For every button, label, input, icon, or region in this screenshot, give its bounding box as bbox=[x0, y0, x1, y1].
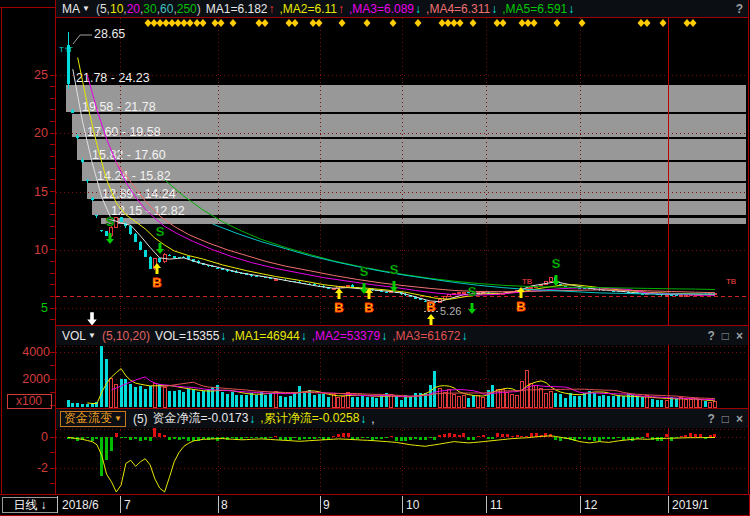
help-icon[interactable]: ? bbox=[736, 2, 743, 16]
ma-param: 250 bbox=[177, 2, 197, 16]
event-diamond-icon[interactable] bbox=[660, 19, 667, 27]
event-diamond-icon[interactable] bbox=[579, 19, 586, 27]
event-diamond-icon[interactable] bbox=[364, 19, 371, 27]
ma-indicator-label: MA bbox=[62, 2, 80, 16]
flow-indicator-dropdown[interactable]: 资金流变▼ bbox=[60, 411, 126, 427]
event-diamond-icon[interactable] bbox=[157, 19, 164, 27]
event-diamond-icon[interactable] bbox=[200, 19, 207, 27]
event-diamond-icon[interactable] bbox=[445, 19, 452, 27]
event-diamond-icon[interactable] bbox=[175, 19, 182, 27]
event-diamond-icon[interactable] bbox=[500, 19, 507, 27]
sell-marker: S bbox=[552, 256, 561, 271]
down-arrow-icon: ↓ bbox=[381, 329, 387, 343]
month-label: 11 bbox=[490, 498, 502, 512]
buy-marker: B bbox=[516, 299, 525, 314]
month-label: 8 bbox=[221, 498, 228, 512]
event-diamond-icon[interactable] bbox=[690, 19, 697, 27]
event-diamond-icon[interactable] bbox=[531, 19, 538, 27]
event-diamond-icon[interactable] bbox=[194, 19, 201, 27]
gap-band-label: 15.82 - 17.60 bbox=[92, 148, 166, 162]
event-diamond-icon[interactable] bbox=[163, 19, 170, 27]
ma-indicator-dropdown[interactable]: MA▼ bbox=[62, 2, 90, 16]
vol-indicator-dropdown[interactable]: VOL▼ bbox=[62, 329, 96, 343]
event-diamond-icon[interactable] bbox=[310, 19, 317, 27]
sell-marker: S bbox=[390, 262, 399, 277]
event-diamond-icon[interactable] bbox=[519, 19, 526, 27]
gap-band bbox=[92, 201, 746, 215]
event-diamond-icon[interactable] bbox=[181, 19, 188, 27]
price-axis-label: 20 bbox=[34, 126, 48, 140]
gap-band bbox=[66, 85, 746, 112]
event-diamond-icon[interactable] bbox=[169, 19, 176, 27]
sell-marker: S bbox=[468, 284, 477, 299]
event-diamond-icon[interactable] bbox=[230, 19, 237, 27]
dropdown-arrow-icon: ▼ bbox=[88, 331, 96, 340]
axis-separator bbox=[320, 496, 321, 513]
event-diamond-icon[interactable] bbox=[451, 19, 458, 27]
gap-band-label: 17.60 - 19.58 bbox=[87, 125, 161, 139]
indicator-value: VOL=15355 bbox=[155, 329, 219, 343]
sell-marker: S bbox=[156, 224, 165, 239]
event-diamond-icon[interactable] bbox=[415, 19, 422, 27]
chart-canvas[interactable]: 21.78 - 24.2319.58 - 21.7817.60 - 19.581… bbox=[0, 0, 750, 516]
flow-axis-label: 0 bbox=[41, 430, 48, 444]
event-diamond-icon[interactable] bbox=[256, 19, 263, 27]
period-selector[interactable]: 日线↓ bbox=[2, 497, 58, 513]
maximize-icon[interactable]: □ bbox=[722, 329, 729, 343]
close-icon[interactable]: × bbox=[736, 329, 743, 343]
event-diamond-icon[interactable] bbox=[457, 19, 464, 27]
event-diamond-icon[interactable] bbox=[292, 19, 299, 27]
month-label: 2019/1 bbox=[672, 498, 709, 512]
axis-separator bbox=[402, 496, 403, 513]
help-icon[interactable]: ? bbox=[707, 329, 714, 343]
stock-chart-window: 21.78 - 24.2319.58 - 21.7817.60 - 19.581… bbox=[0, 0, 750, 516]
indicator-value: 资金净流=-0.0173 bbox=[153, 410, 249, 427]
vol-indicator-label: VOL bbox=[62, 329, 86, 343]
flow-cumulative-line bbox=[68, 436, 715, 492]
tb-marker: TB bbox=[522, 277, 532, 286]
axis-separator bbox=[218, 496, 219, 513]
indicator-value: ,MA2=53379 bbox=[312, 329, 380, 343]
buy-marker: B bbox=[334, 300, 343, 315]
event-diamond-icon[interactable] bbox=[554, 19, 561, 27]
event-diamond-icon[interactable] bbox=[151, 19, 158, 27]
event-diamond-icon[interactable] bbox=[470, 19, 477, 27]
event-diamond-icon[interactable] bbox=[145, 19, 152, 27]
event-diamond-icon[interactable] bbox=[684, 19, 691, 27]
up-arrow-icon: ↑ bbox=[269, 2, 275, 16]
month-label: 10 bbox=[406, 498, 419, 512]
indicator-value: ,MA5=6.591 bbox=[502, 2, 567, 16]
dropdown-arrow-icon: ▼ bbox=[114, 414, 122, 423]
ma-param: 20 bbox=[127, 2, 140, 16]
sell-marker: S bbox=[360, 264, 369, 279]
event-diamond-icon[interactable] bbox=[494, 19, 501, 27]
volume-series bbox=[67, 346, 717, 407]
volume-axis-label: 4000 bbox=[22, 345, 50, 359]
price-axis-label: 10 bbox=[34, 243, 48, 257]
axis-separator bbox=[120, 496, 121, 513]
event-diamond-icon[interactable] bbox=[638, 19, 645, 27]
help-icon[interactable]: ? bbox=[707, 412, 714, 426]
event-diamond-icon[interactable] bbox=[286, 19, 293, 27]
event-diamond-icon[interactable] bbox=[339, 19, 346, 27]
vol-values: VOL=15355↓,MA1=46944↓,MA2=53379↓,MA3=616… bbox=[150, 329, 468, 343]
event-diamond-icon[interactable] bbox=[187, 19, 194, 27]
event-diamond-icon[interactable] bbox=[316, 19, 323, 27]
event-diamond-icon[interactable] bbox=[525, 19, 532, 27]
event-diamond-icon[interactable] bbox=[644, 19, 651, 27]
close-icon[interactable]: × bbox=[736, 412, 743, 426]
event-diamond-icon[interactable] bbox=[218, 19, 225, 27]
flow-indicator-label: 资金流变 bbox=[64, 410, 112, 427]
event-diamond-icon[interactable] bbox=[439, 19, 446, 27]
axis-separator bbox=[486, 496, 487, 513]
flow-axis-label: -2 bbox=[37, 461, 48, 475]
maximize-icon[interactable]: □ bbox=[722, 412, 729, 426]
event-diamond-icon[interactable] bbox=[262, 19, 269, 27]
low-price-label: 5.26 bbox=[440, 305, 461, 317]
down-arrow-icon: ↓ bbox=[220, 329, 226, 343]
buy-marker: B bbox=[426, 299, 435, 314]
gap-band-label: 21.78 - 24.23 bbox=[76, 71, 150, 85]
event-diamond-icon[interactable] bbox=[212, 19, 219, 27]
event-diamond-icon[interactable] bbox=[390, 19, 397, 27]
indicator-value: ,累计净流=-0.0258 bbox=[260, 410, 359, 427]
